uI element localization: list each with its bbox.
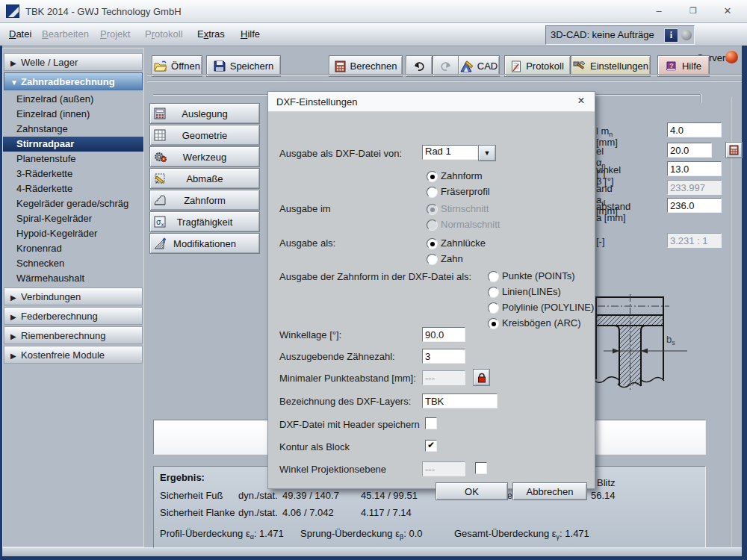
- dimension-label-bs: bs: [666, 334, 675, 345]
- block-checkbox-label: Kontur als Block: [279, 441, 350, 452]
- block-checkbox[interactable]: ✔: [425, 440, 437, 452]
- minimize-button-icon[interactable]: –: [648, 4, 669, 19]
- sidebar-item-spiral-kegelraeder[interactable]: Spiral-Kegelräder: [3, 211, 143, 226]
- sidebar-header-welle-lager[interactable]: ▶Welle / Lager: [4, 53, 143, 71]
- sidebar-item-hypoid-kegelraeder[interactable]: Hypoid-Kegelräder: [3, 226, 143, 241]
- radio-polylinie[interactable]: [488, 302, 499, 314]
- title-bar: TBK 2014 - GWJ Technology GmbH – ❐ ✕: [0, 0, 747, 23]
- cad-status-indicator-icon: [681, 30, 692, 40]
- radio-linien-label: Linien(LINEs): [502, 286, 561, 297]
- param-input-schraegungswinkel[interactable]: [667, 161, 722, 176]
- radio-zahnform[interactable]: [427, 171, 438, 182]
- sidebar-header-zahnradberechnung[interactable]: ▼Zahnradberechnung: [4, 72, 143, 90]
- sidebar-item-4-raederkette[interactable]: 4-Räderkette: [3, 181, 143, 196]
- result-value: 4.06 / 7.042: [282, 507, 334, 518]
- sidebar-item-kegelraeder[interactable]: Kegelräder gerade/schräg: [3, 196, 143, 211]
- radio-fraeserprofil[interactable]: [427, 187, 438, 198]
- param-input-eingriffswinkel[interactable]: [667, 143, 712, 158]
- zaehnezahl-label: Auszugebende Zähnezahl:: [279, 351, 395, 362]
- radio-punkte-label: Punkte (POINTs): [502, 270, 575, 281]
- chevron-right-icon: ▶: [10, 328, 21, 346]
- toolbar-separator: [147, 74, 742, 75]
- dialog-title-bar[interactable]: DXF-Einstellungen ×: [268, 92, 595, 112]
- close-button-icon[interactable]: ✕: [717, 4, 738, 19]
- sidebar-item-kronenrad[interactable]: Kronenrad: [3, 241, 143, 256]
- ok-button[interactable]: OK: [436, 482, 508, 500]
- winkellage-label: Winkellage [°]:: [279, 329, 341, 340]
- chevron-right-icon: ▶: [10, 289, 21, 307]
- result-row-mode: dyn./stat.: [238, 490, 278, 501]
- dropdown-arrow-icon[interactable]: ▼: [478, 145, 496, 161]
- sidebar-item-zahnstange[interactable]: Zahnstange: [3, 122, 143, 137]
- cancel-button[interactable]: Abbrechen: [512, 482, 587, 500]
- radio-punkte[interactable]: [488, 271, 499, 282]
- section-separator-tick: [700, 94, 701, 103]
- chevron-right-icon: ▶: [10, 347, 21, 365]
- sidebar-header-riemenberechnung[interactable]: ▶Riemenberechnung: [4, 326, 143, 344]
- sidebar-item-waermehaushalt[interactable]: Wärmehaushalt: [3, 271, 143, 286]
- module-button-auslegung[interactable]: Auslegung: [149, 103, 260, 124]
- output-from-label: Ausgabe als DXF-Datei von:: [279, 148, 402, 159]
- header-checkbox[interactable]: [425, 417, 437, 429]
- radio-stirnschnitt-label: Stirnschnitt: [441, 203, 489, 214]
- radio-kreisboegen[interactable]: [488, 318, 499, 329]
- radio-linien[interactable]: [488, 287, 499, 298]
- module-button-tragfaehigkeit[interactable]: σx Tragfähigkeit: [149, 211, 260, 232]
- lock-button[interactable]: [473, 369, 490, 386]
- result-overlap-sprung: Sprung-Überdeckung εβ: 0.0: [300, 528, 422, 539]
- param-calculator-button[interactable]: [725, 142, 743, 158]
- param-input-null-achsabstand: [667, 180, 722, 195]
- sidebar-header-verbindungen[interactable]: ▶Verbindungen: [4, 287, 143, 305]
- dxf-layer-label: Bezeichnung des DXF-Layers:: [279, 396, 411, 407]
- wheel-dropdown[interactable]: Rad 1 ▼: [422, 145, 495, 161]
- undo-arrow-icon: [412, 61, 426, 72]
- param-input-achsabstand[interactable]: [667, 198, 722, 213]
- zahnform-gear-icon: [154, 194, 166, 206]
- param-input-modul[interactable]: [667, 122, 722, 137]
- module-button-zahnform[interactable]: Zahnform: [149, 190, 260, 211]
- svg-text:x: x: [161, 222, 164, 228]
- module-button-werkzeug[interactable]: Werkzeug: [149, 146, 260, 167]
- sidebar-item-einzelrad-innen[interactable]: Einzelrad (innen): [3, 107, 143, 122]
- svg-text:?: ?: [669, 62, 674, 69]
- winkellage-input[interactable]: [422, 327, 465, 342]
- cad-ruler-pencil-icon: [460, 60, 473, 72]
- module-button-abmasse[interactable]: Abmaße: [149, 168, 260, 189]
- dialog-title: DXF-Einstellungen: [276, 96, 357, 108]
- results-partial-text: Blitz: [597, 477, 616, 488]
- sidebar-item-stirnradpaar[interactable]: Stirnradpaar: [3, 137, 143, 152]
- wheel-dropdown-value[interactable]: Rad 1: [422, 145, 478, 160]
- sidebar-header-kostenfreie-module[interactable]: ▶Kostenfreie Module: [4, 346, 143, 364]
- menu-item-extras[interactable]: Extras: [194, 23, 228, 46]
- sidebar-item-einzelrad-aussen[interactable]: Einzelrad (außen): [3, 92, 143, 107]
- param-label-achsabstand: abstand a [mm]: [596, 201, 630, 223]
- zaehnezahl-input[interactable]: [422, 349, 465, 364]
- sidebar-item-3-raederkette[interactable]: 3-Räderkette: [3, 167, 143, 181]
- radio-zahnluecke[interactable]: [427, 238, 438, 249]
- protocol-document-icon: [511, 60, 521, 72]
- projection-checkbox[interactable]: [475, 462, 487, 474]
- dialog-close-icon[interactable]: ×: [574, 94, 588, 108]
- param-input-ratio: [667, 233, 722, 248]
- info-icon[interactable]: i: [664, 28, 678, 43]
- redo-arrow-icon: [439, 61, 453, 72]
- sidebar-header-federberechnung[interactable]: ▶Federberechnung: [4, 307, 143, 325]
- sidebar-item-planetenstufe[interactable]: Planetenstufe: [3, 152, 143, 167]
- werkzeug-gear-icon: [154, 151, 167, 163]
- result-value: 45.14 / 99.51: [361, 490, 418, 501]
- module-button-geometrie[interactable]: Geometrie: [149, 125, 260, 146]
- radio-zahn[interactable]: [427, 254, 438, 265]
- cad-status-box: 3D-CAD: keine Aufträge i: [545, 25, 695, 45]
- dxf-layer-input[interactable]: [422, 393, 498, 408]
- application-window: TBK 2014 - GWJ Technology GmbH – ❐ ✕ Dat…: [0, 0, 747, 560]
- geometrie-grid-icon: [154, 129, 166, 141]
- sidebar-item-schnecken[interactable]: Schnecken: [3, 256, 143, 271]
- result-value: 49.39 / 140.7: [282, 490, 339, 501]
- menu-item-datei[interactable]: Datei: [6, 23, 34, 46]
- maximize-button-icon[interactable]: ❐: [683, 4, 704, 19]
- result-value: 56.14: [591, 490, 616, 501]
- module-button-modifikationen[interactable]: Modifikationen: [149, 233, 260, 254]
- menu-item-hilfe[interactable]: Hilfe: [238, 23, 263, 46]
- window-title: TBK 2014 - GWJ Technology GmbH: [25, 6, 182, 17]
- menu-item-bearbeiten: Bearbeiten: [39, 23, 92, 46]
